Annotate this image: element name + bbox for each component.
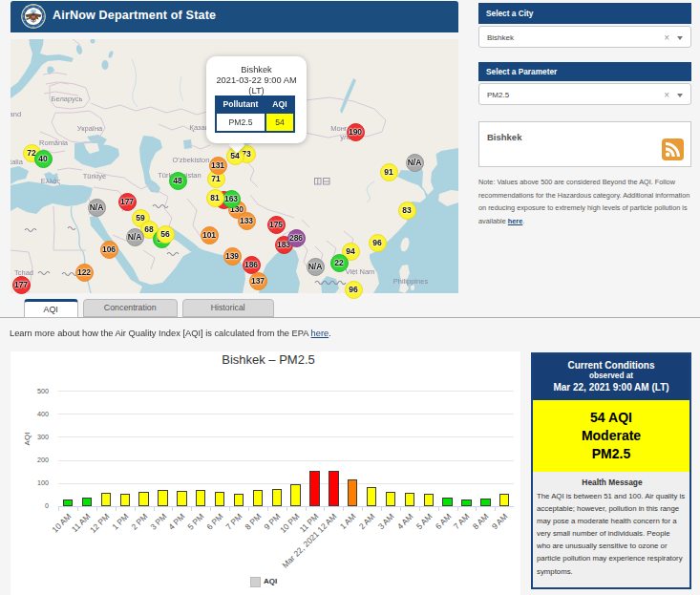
svg-text:O'zbekiston: O'zbekiston bbox=[173, 156, 210, 164]
svg-text:Philippines: Philippines bbox=[393, 277, 429, 286]
svg-text:Беларусь: Беларусь bbox=[52, 95, 83, 103]
svg-text:talia: talia bbox=[11, 158, 24, 166]
svg-text:Україна: Україна bbox=[77, 124, 103, 133]
svg-text:Romānia: Romānia bbox=[39, 138, 69, 147]
svg-text:Türkiye: Türkiye bbox=[83, 172, 107, 181]
svg-text:Ελλάς: Ελλάς bbox=[41, 177, 61, 185]
svg-text:Việt Nam: Việt Nam bbox=[346, 267, 375, 276]
svg-text:land: land bbox=[11, 110, 21, 118]
